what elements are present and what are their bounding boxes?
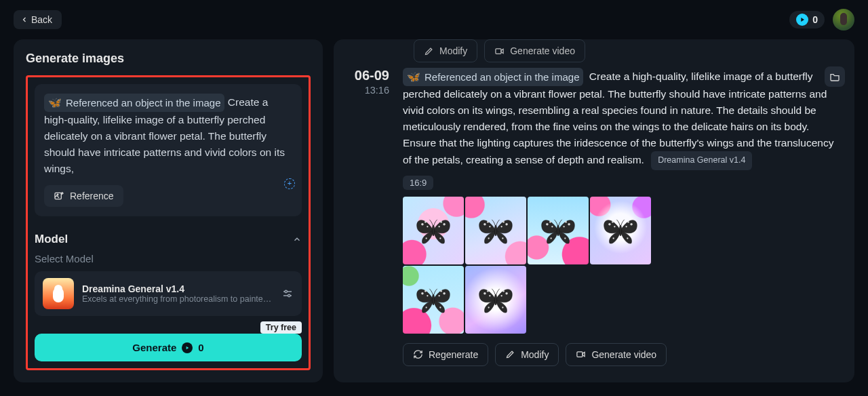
model-name: Dreamina General v1.4 [82, 283, 273, 294]
chevron-up-icon [292, 235, 302, 244]
folder-button[interactable] [825, 66, 845, 87]
svg-rect-15 [496, 48, 501, 54]
top-bar: Back 0 [0, 0, 868, 39]
video-icon [576, 349, 586, 359]
credits-pill[interactable]: 0 [789, 11, 825, 28]
modify-button[interactable]: Modify [495, 343, 559, 366]
generate-cost: 0 [198, 342, 203, 353]
reference-chip-label: Referenced an object in the image [425, 69, 579, 85]
model-desc: Excels at everything from photorealism t… [82, 294, 273, 304]
credit-icon [182, 342, 193, 353]
prev-modify-label: Modify [439, 45, 467, 56]
prev-genvideo-label: Generate video [510, 45, 575, 56]
prev-modify-button[interactable]: Modify [414, 39, 477, 62]
result-grid [403, 197, 651, 334]
left-panel: Generate images 🦋 Referenced an object i… [14, 39, 323, 382]
refresh-icon [413, 349, 423, 359]
model-section-toggle[interactable]: Model [35, 233, 302, 246]
model-card[interactable]: Dreamina General v1.4 Excels at everythi… [35, 271, 302, 316]
aspect-chip: 16:9 [403, 176, 433, 190]
prev-generate-video-button[interactable]: Generate video [484, 39, 585, 62]
generation-entry: 06-09 13:16 🦋 Referenced an object in th… [346, 68, 842, 366]
generation-actions: Regenerate Modify Generate video [403, 343, 842, 366]
result-thumbnail[interactable] [528, 197, 589, 264]
modify-label: Modify [521, 349, 549, 360]
top-right: 0 [789, 9, 854, 31]
reference-button-label: Reference [70, 191, 114, 201]
svg-point-13 [285, 291, 287, 293]
generation-block: 🦋 Referenced an object in the image Crea… [403, 68, 842, 366]
avatar[interactable] [833, 9, 854, 31]
reference-chip-label: Referenced an object in the image [66, 95, 220, 111]
sliders-icon[interactable] [281, 288, 294, 300]
result-thumbnail[interactable] [403, 197, 464, 264]
result-thumbnail[interactable] [465, 266, 526, 334]
model-thumbnail [43, 278, 74, 309]
prompt-card[interactable]: 🦋 Referenced an object in the image Crea… [35, 84, 302, 216]
result-thumbnail[interactable] [465, 197, 526, 264]
regenerate-label: Regenerate [429, 349, 478, 360]
try-free-badge: Try free [260, 321, 302, 334]
folder-icon [829, 71, 840, 82]
svg-point-14 [288, 295, 290, 297]
model-info: Dreamina General v1.4 Excels at everythi… [82, 283, 273, 304]
result-thumbnail[interactable] [403, 266, 464, 334]
prompt-text-area[interactable]: 🦋 Referenced an object in the image Crea… [44, 94, 292, 177]
generate-video-button[interactable]: Generate video [566, 343, 667, 366]
butterfly-emoji-icon: 🦋 [48, 98, 62, 108]
timestamp: 06-09 13:16 [346, 68, 389, 366]
model-chip: Dreamina General v1.4 [651, 151, 752, 170]
credit-icon [796, 14, 808, 26]
svg-rect-16 [577, 352, 583, 357]
reference-button[interactable]: Reference [44, 185, 123, 207]
model-select-label: Select Model [35, 253, 302, 264]
result-thumbnail[interactable] [590, 197, 651, 264]
pencil-icon [424, 46, 434, 56]
image-add-icon [54, 191, 64, 201]
back-button[interactable]: Back [14, 10, 62, 29]
highlighted-region: 🦋 Referenced an object in the image Crea… [26, 75, 311, 370]
credits-value: 0 [812, 14, 818, 25]
main: Generate images 🦋 Referenced an object i… [0, 39, 868, 396]
butterfly-emoji-icon: 🦋 [407, 72, 420, 83]
right-panel: Modify Generate video 06-09 13:16 [334, 39, 854, 382]
video-icon [494, 46, 505, 56]
back-label: Back [31, 14, 52, 25]
panel-title: Generate images [26, 52, 311, 66]
pencil-icon [505, 349, 515, 359]
regenerate-button[interactable]: Regenerate [403, 343, 488, 366]
generation-time: 13:16 [346, 85, 389, 96]
generate-wrap: Try free Generate 0 [35, 334, 302, 361]
generate-button[interactable]: Generate 0 [35, 334, 302, 361]
generate-label: Generate [132, 342, 176, 353]
genvideo-label: Generate video [591, 349, 656, 360]
add-icon[interactable]: + [284, 178, 295, 189]
generation-prompt: 🦋 Referenced an object in the image Crea… [403, 68, 842, 170]
reference-chip: 🦋 Referenced an object in the image [44, 94, 224, 112]
svg-point-10 [57, 194, 58, 195]
chevron-left-icon [20, 16, 28, 24]
prev-gen-actions: Modify Generate video [346, 39, 842, 68]
reference-chip: 🦋 Referenced an object in the image [403, 68, 583, 86]
generation-date: 06-09 [346, 68, 389, 83]
model-section-label: Model [35, 233, 68, 246]
